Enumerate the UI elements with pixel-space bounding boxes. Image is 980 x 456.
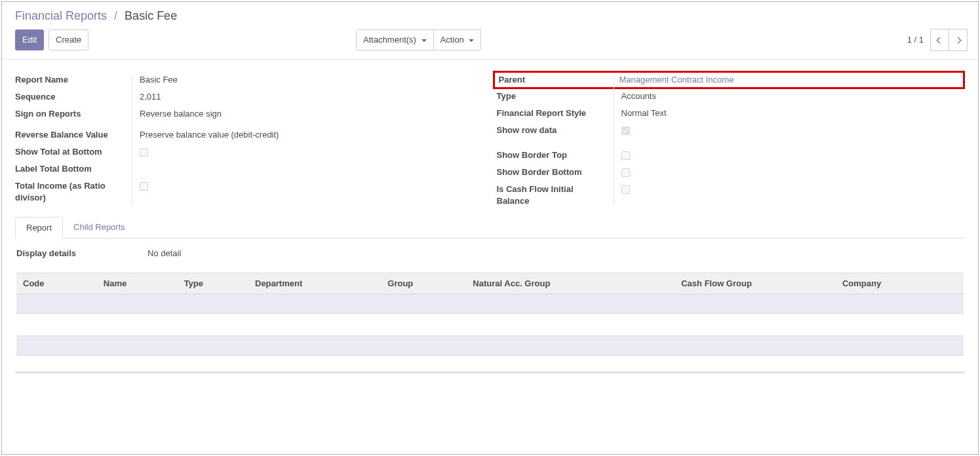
attachments-button[interactable]: Attachment(s)	[356, 29, 434, 50]
col-natural-acc-group[interactable]: Natural Acc. Group	[466, 273, 675, 294]
breadcrumb-parent-link[interactable]: Financial Reports	[15, 9, 107, 22]
table-header-row: Code Name Type Department Group Natural …	[16, 273, 964, 294]
caret-down-icon	[421, 39, 427, 42]
col-group[interactable]: Group	[381, 273, 466, 294]
chevron-right-icon	[955, 37, 962, 44]
form-sheet: Report Name Basic Fee Sequence 2,011 Sig…	[2, 60, 978, 367]
control-panel: Financial Reports / Basic Fee Edit Creat…	[2, 2, 978, 60]
form-right-column: Parent Management Contract Income Type A…	[490, 73, 966, 209]
tab-report[interactable]: Report	[15, 217, 63, 238]
table-row	[16, 336, 964, 356]
field-label-total-bottom: Label Total Bottom	[15, 162, 490, 179]
show-border-top-checkbox	[621, 151, 630, 160]
is-cash-flow-initial-checkbox	[621, 185, 630, 194]
edit-button[interactable]: Edit	[15, 29, 44, 50]
sequence-value: 2,011	[132, 91, 490, 103]
tab-report-body: Display details No detail	[15, 238, 965, 356]
field-sequence: Sequence 2,011	[15, 90, 490, 107]
tab-child-reports[interactable]: Child Reports	[63, 217, 136, 238]
financial-report-style-value: Normal Text	[614, 107, 966, 119]
field-parent-highlighted: Parent Management Contract Income	[493, 71, 966, 89]
chevron-left-icon	[937, 37, 943, 44]
pager-counter: 1 / 1	[907, 35, 924, 45]
horizontal-scrollbar[interactable]	[15, 371, 965, 374]
show-border-bottom-checkbox	[621, 168, 630, 177]
show-total-at-bottom-checkbox	[140, 148, 148, 157]
type-value: Accounts	[614, 90, 966, 102]
report-name-value: Basic Fee	[132, 74, 490, 86]
sign-on-reports-value: Reverse balance sign	[132, 108, 490, 120]
field-show-border-top: Show Border Top	[497, 148, 966, 165]
total-income-ratio-checkbox	[140, 182, 148, 191]
field-report-name: Report Name Basic Fee	[15, 73, 490, 90]
field-display-details: Display details No detail	[16, 248, 964, 259]
col-company[interactable]: Company	[836, 273, 964, 294]
field-show-row-data: Show row data	[497, 123, 966, 140]
reverse-balance-value: Preserve balance value (debit-credit)	[132, 129, 490, 141]
breadcrumb-separator: /	[114, 9, 117, 22]
field-type: Type Accounts	[497, 89, 966, 106]
tabs: Report Child Reports Display details No …	[15, 216, 965, 356]
action-label: Action	[441, 35, 464, 45]
field-sign-on-reports: Sign on Reports Reverse balance sign	[15, 107, 490, 124]
field-reverse-balance-value: Reverse Balance Value Preserve balance v…	[15, 128, 490, 145]
pager-prev-button[interactable]	[930, 29, 949, 51]
field-show-total-at-bottom: Show Total at Bottom	[15, 145, 490, 162]
form-left-column: Report Name Basic Fee Sequence 2,011 Sig…	[15, 73, 490, 209]
col-cash-flow-group[interactable]: Cash Flow Group	[675, 273, 836, 294]
field-is-cash-flow-initial: Is Cash Flow Initial Balance	[497, 182, 966, 208]
breadcrumb-current: Basic Fee	[125, 9, 177, 22]
col-department[interactable]: Department	[248, 273, 381, 294]
app-window: Financial Reports / Basic Fee Edit Creat…	[1, 1, 979, 455]
table-row	[16, 294, 964, 314]
pager-next-button[interactable]	[949, 29, 968, 51]
parent-link[interactable]: Management Contract Income	[619, 75, 734, 85]
show-row-data-checkbox	[621, 126, 630, 135]
col-type[interactable]: Type	[178, 273, 248, 294]
col-name[interactable]: Name	[97, 273, 178, 294]
action-button[interactable]: Action	[434, 29, 482, 50]
caret-down-icon	[469, 39, 474, 42]
field-show-border-bottom: Show Border Bottom	[497, 165, 966, 182]
breadcrumb: Financial Reports / Basic Fee	[15, 7, 177, 25]
field-financial-report-style: Financial Report Style Normal Text	[497, 106, 966, 123]
field-total-income-ratio: Total Income (as Ratio divisor)	[15, 179, 490, 205]
create-button[interactable]: Create	[49, 29, 88, 50]
table-row	[16, 314, 964, 336]
display-details-value: No detail	[133, 248, 964, 259]
col-code[interactable]: Code	[16, 273, 97, 294]
accounts-table: Code Name Type Department Group Natural …	[16, 273, 964, 356]
attachments-label: Attachment(s)	[363, 35, 416, 45]
